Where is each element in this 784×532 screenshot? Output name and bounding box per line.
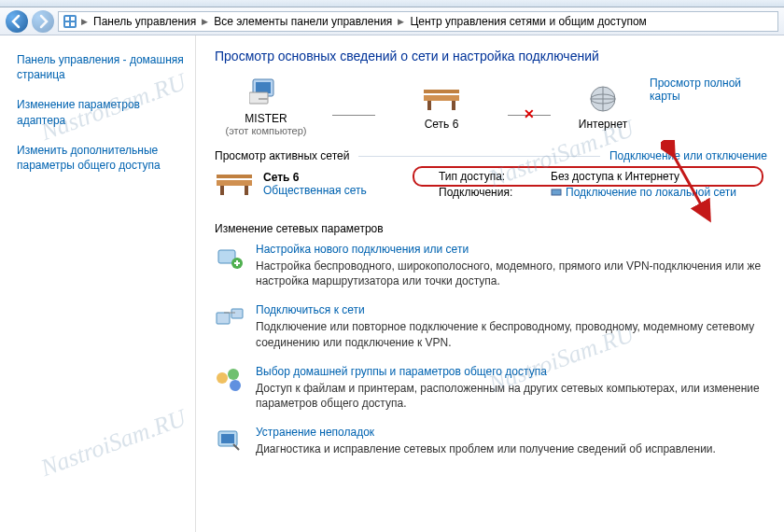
connect-icon — [215, 303, 245, 333]
sidebar: Панель управления - домашняя страница Из… — [0, 35, 196, 532]
task-troubleshoot[interactable]: Устранение неполадок Диагностика и испра… — [215, 426, 767, 456]
connection-line — [332, 115, 375, 116]
svg-rect-1 — [65, 17, 69, 21]
network-type-link[interactable]: Общественная сеть — [263, 184, 367, 197]
chevron-right-icon: ▶ — [200, 17, 210, 26]
node-this-computer[interactable]: MISTER (этот компьютер) — [215, 77, 317, 136]
settings-header: Изменение сетевых параметров — [215, 222, 767, 235]
breadcrumb[interactable]: ▶ Панель управления ▶ Все элементы панел… — [58, 11, 778, 32]
svg-rect-8 — [259, 98, 268, 100]
svg-rect-18 — [245, 186, 248, 195]
breadcrumb-item[interactable]: Центр управления сетями и общим доступом — [408, 15, 649, 28]
task-homegroup[interactable]: Выбор домашней группы и параметров общег… — [215, 365, 767, 411]
sidebar-link-sharing[interactable]: Изменить дополнительные параметры общего… — [17, 143, 184, 173]
access-type-value: Без доступа к Интернету — [551, 170, 767, 183]
breadcrumb-item[interactable]: Все элементы панели управления — [212, 15, 394, 28]
toolbar: ▶ Панель управления ▶ Все элементы панел… — [0, 7, 784, 35]
connection-link[interactable]: Подключение по локальной сети — [551, 186, 736, 199]
breadcrumb-item[interactable]: Панель управления — [91, 15, 198, 28]
svg-rect-22 — [217, 313, 230, 324]
sidebar-link-adapter[interactable]: Изменение параметров адаптера — [17, 97, 184, 127]
troubleshoot-icon — [215, 426, 245, 455]
svg-rect-17 — [220, 186, 224, 195]
access-type-label: Тип доступа: — [439, 170, 551, 183]
sidebar-link-home[interactable]: Панель управления - домашняя страница — [17, 52, 184, 82]
main-content: Просмотр основных сведений о сети и наст… — [196, 35, 784, 532]
node-network[interactable]: Сеть 6 — [390, 82, 493, 131]
network-name: Сеть 6 — [263, 171, 367, 184]
back-button[interactable] — [6, 10, 28, 33]
computer-icon — [215, 77, 317, 110]
svg-rect-4 — [71, 22, 75, 26]
svg-rect-10 — [424, 95, 459, 101]
svg-rect-12 — [452, 101, 455, 110]
svg-rect-28 — [221, 434, 234, 443]
chevron-right-icon: ▶ — [396, 17, 406, 26]
bench-icon — [390, 82, 493, 116]
svg-rect-11 — [427, 101, 431, 110]
task-new-connection[interactable]: Настройка нового подключения или сети На… — [215, 243, 767, 288]
new-connection-icon — [215, 243, 245, 273]
active-network-panel: Сеть 6 Общественная сеть Тип доступа: Бе… — [215, 170, 767, 203]
network-map: MISTER (этот компьютер) Сеть 6 Интернет — [215, 77, 767, 136]
active-networks-header: Просмотр активных сетей Подключение или … — [215, 149, 767, 162]
svg-point-25 — [228, 369, 239, 380]
bench-icon — [215, 170, 254, 198]
node-internet[interactable]: Интернет — [566, 82, 640, 131]
connections-label: Подключения: — [439, 186, 551, 201]
control-panel-icon — [63, 14, 77, 29]
svg-rect-15 — [217, 175, 252, 178]
svg-rect-23 — [231, 309, 243, 318]
homegroup-icon — [215, 365, 245, 395]
forward-button[interactable] — [32, 10, 54, 33]
chevron-right-icon: ▶ — [79, 17, 90, 26]
view-full-map-link[interactable]: Просмотр полной карты — [650, 77, 767, 103]
svg-rect-6 — [256, 82, 271, 93]
broken-connection-line — [508, 115, 551, 116]
network-adapter-icon — [551, 187, 562, 198]
svg-rect-16 — [217, 180, 252, 186]
svg-rect-2 — [71, 17, 75, 21]
globe-icon — [566, 82, 640, 116]
svg-rect-3 — [65, 22, 69, 26]
task-connect[interactable]: Подключиться к сети Подключение или повт… — [215, 303, 767, 349]
page-title: Просмотр основных сведений о сети и наст… — [215, 49, 767, 63]
svg-point-24 — [217, 372, 228, 384]
svg-point-26 — [230, 380, 241, 391]
connect-disconnect-link[interactable]: Подключение или отключение — [609, 149, 767, 162]
svg-rect-19 — [552, 189, 561, 195]
svg-rect-9 — [424, 90, 459, 93]
